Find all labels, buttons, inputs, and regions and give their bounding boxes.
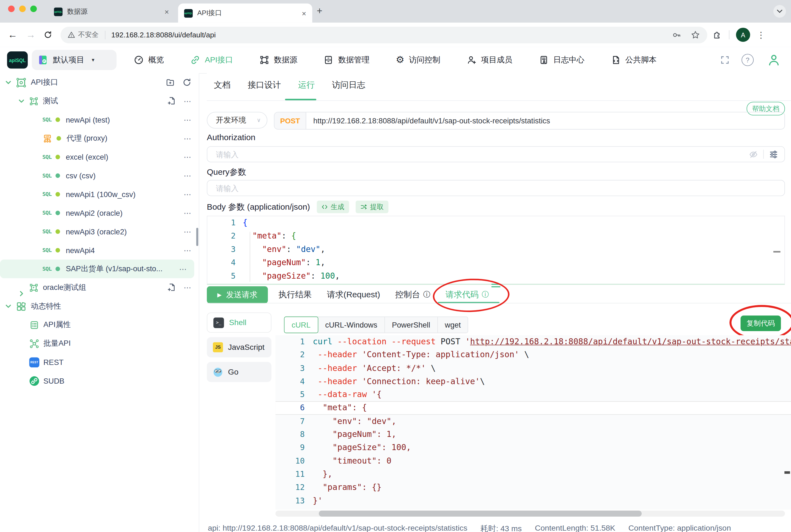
authorization-input[interactable]: [207, 150, 749, 159]
fullscreen-icon[interactable]: [720, 56, 730, 64]
query-params-input[interactable]: [207, 183, 778, 193]
reload-button[interactable]: [43, 30, 54, 39]
file-add-icon[interactable]: [167, 283, 177, 292]
horizontal-scrollbar-thumb[interactable]: [319, 511, 642, 517]
fold-marker-icon[interactable]: [773, 251, 780, 252]
more-actions-icon[interactable]: ⋯: [184, 153, 192, 162]
tree-group-row[interactable]: 动态特性: [0, 297, 199, 316]
browser-menu-icon[interactable]: ⋮: [757, 30, 765, 40]
tree-item-row[interactable]: SQLnewApi3 (oracle2)⋯: [0, 222, 199, 241]
help-icon[interactable]: ?: [741, 54, 754, 66]
nav-item-4[interactable]: ⚙访问控制: [396, 55, 440, 65]
tab-search-button[interactable]: [773, 5, 786, 18]
request-url-input[interactable]: http://192.168.2.18:8088/api/default/v1/…: [306, 112, 785, 129]
language-tab-javascript[interactable]: JSJavaScript: [207, 337, 272, 357]
password-key-icon[interactable]: [672, 30, 682, 40]
more-actions-icon[interactable]: ⋯: [184, 134, 192, 143]
format-tab-2[interactable]: PowerShell: [385, 317, 438, 333]
tab-0[interactable]: 文档: [214, 80, 231, 91]
eye-slash-icon[interactable]: [749, 150, 758, 159]
window-controls[interactable]: [8, 5, 37, 12]
more-actions-icon[interactable]: ⋯: [184, 208, 192, 217]
curl-code-view[interactable]: 1curl --location --request POST 'http://…: [275, 335, 791, 510]
format-tab-3[interactable]: wget: [438, 317, 468, 333]
tree-item-row[interactable]: RESTREST: [0, 353, 199, 372]
result-tab-2[interactable]: 控制台ⓘ: [395, 289, 430, 300]
panel-scrollbar[interactable]: [196, 228, 198, 246]
more-actions-icon[interactable]: ⋯: [184, 283, 192, 292]
format-tab-0[interactable]: cURL: [284, 317, 318, 333]
language-tab-go[interactable]: Go: [207, 362, 272, 382]
tree-item-row[interactable]: SQLcsv (csv)⋯: [0, 166, 199, 185]
nav-item-6[interactable]: 日志中心: [538, 55, 585, 65]
tree-group-row[interactable]: 测试⋯: [0, 92, 199, 111]
minimize-window-button[interactable]: [19, 5, 26, 12]
tree-item-row[interactable]: SQLSAP出货单 (v1/sap-out-sto...⋯: [0, 260, 194, 278]
chevron-down-icon[interactable]: [5, 79, 12, 86]
tab-1[interactable]: 接口设计: [248, 80, 281, 91]
back-button[interactable]: ←: [7, 29, 18, 40]
nav-item-5[interactable]: 项目成员: [466, 55, 512, 65]
file-add-icon[interactable]: [167, 96, 177, 106]
security-chip[interactable]: 不安全: [68, 30, 99, 39]
nav-item-2[interactable]: 数据源: [259, 55, 297, 65]
project-switcher[interactable]: P 默认项目 ▼: [32, 50, 117, 70]
folder-add-icon[interactable]: [166, 77, 175, 87]
body-json-editor[interactable]: 1{2 "meta": {3 "env": "dev",4 "pageNum":…: [207, 216, 785, 285]
nav-item-3[interactable]: 数据管理: [324, 55, 370, 65]
scrollbar-marker[interactable]: [785, 471, 790, 474]
result-tab-0[interactable]: 执行结果: [278, 289, 312, 300]
info-icon[interactable]: ⓘ: [423, 290, 430, 299]
forward-button[interactable]: →: [25, 29, 36, 40]
settings-sliders-icon[interactable]: [769, 150, 778, 159]
tree-group-row[interactable]: API接口: [0, 73, 199, 92]
address-bar[interactable]: 不安全 192.168.2.18:8088/ui/default/api: [60, 26, 707, 43]
tree-item-row[interactable]: API代理 (proxy)⋯: [0, 129, 199, 148]
tree-item-row[interactable]: SQLnewApi (test)⋯: [0, 111, 199, 129]
url-text[interactable]: 192.168.2.18:8088/ui/default/api: [111, 31, 663, 39]
nav-item-7[interactable]: 公共脚本: [611, 55, 657, 65]
extensions-puzzle-icon[interactable]: [712, 30, 722, 40]
close-tab-icon[interactable]: ×: [302, 10, 306, 17]
horizontal-scrollbar-track[interactable]: [275, 511, 785, 517]
refresh-icon[interactable]: [182, 77, 192, 87]
close-window-button[interactable]: [8, 5, 15, 12]
apisql-logo[interactable]: apiSQL: [7, 51, 28, 69]
close-tab-icon[interactable]: ×: [164, 8, 169, 15]
chevron-down-icon[interactable]: [18, 98, 25, 104]
browser-profile-avatar[interactable]: A: [736, 28, 750, 42]
user-avatar[interactable]: [766, 52, 782, 68]
tab-2[interactable]: 运行: [298, 80, 315, 91]
chevron-right-icon[interactable]: [18, 284, 25, 291]
format-tab-1[interactable]: cURL-Windows: [318, 317, 385, 333]
tree-item-row[interactable]: SQLnewApi2 (oracle)⋯: [0, 204, 199, 222]
more-actions-icon[interactable]: ⋯: [184, 227, 192, 236]
send-request-button[interactable]: ▶ 发送请求: [207, 286, 268, 303]
language-tab-shell[interactable]: >_Shell: [207, 312, 272, 332]
generate-button[interactable]: 生成: [316, 201, 349, 213]
more-actions-icon[interactable]: ⋯: [184, 246, 192, 255]
extract-button[interactable]: 提取: [355, 201, 388, 213]
more-actions-icon[interactable]: ⋯: [184, 171, 192, 180]
more-actions-icon[interactable]: ⋯: [184, 190, 192, 199]
tree-item-row[interactable]: SQLexcel (excel)⋯: [0, 148, 199, 166]
tree-item-row[interactable]: API属性: [0, 316, 199, 334]
browser-tab-api[interactable]: apiSQL API接口 ×: [178, 4, 312, 23]
nav-item-0[interactable]: 概览: [134, 55, 164, 65]
maximize-window-button[interactable]: [30, 5, 37, 12]
tree-item-row[interactable]: SQLnewApi1 (100w_csv)⋯: [0, 185, 199, 204]
bookmark-star-icon[interactable]: [691, 30, 700, 40]
chevron-down-icon[interactable]: [5, 303, 12, 309]
tab-3[interactable]: 访问日志: [332, 80, 365, 91]
new-tab-button[interactable]: +: [317, 5, 322, 17]
browser-tab-datasource[interactable]: apiSQL 数据源 ×: [48, 2, 175, 21]
tree-item-row[interactable]: SQLnewApi4⋯: [0, 241, 199, 260]
tree-item-row[interactable]: 批量API: [0, 334, 199, 353]
more-actions-icon[interactable]: ⋯: [184, 96, 192, 106]
more-actions-icon[interactable]: ⋯: [184, 115, 192, 124]
tree-item-row[interactable]: SUDB: [0, 372, 199, 390]
more-actions-icon[interactable]: ⋯: [179, 264, 187, 273]
tree-group-row[interactable]: oracle测试组⋯: [0, 278, 199, 297]
nav-item-1[interactable]: API接口: [190, 55, 233, 65]
environment-select[interactable]: 开发环境 ∨: [207, 112, 267, 129]
